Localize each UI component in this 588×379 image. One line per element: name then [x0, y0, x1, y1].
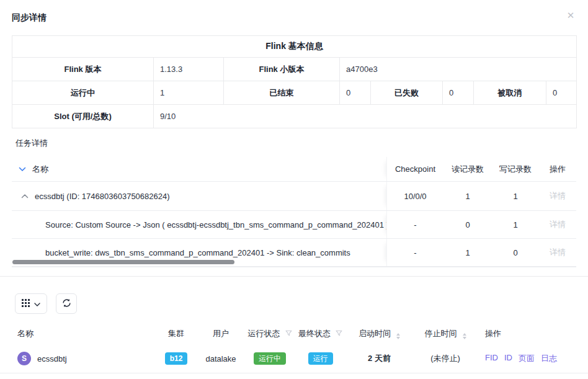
- running-label: 运行中: [12, 81, 154, 105]
- task-column-write: 写记录数: [492, 157, 539, 181]
- task-column-action: 操作: [539, 157, 576, 181]
- detail-link[interactable]: 详情: [550, 190, 566, 202]
- jobs-table: 名称 集群 用户 运行状态 最终状态 启动时间 停止时间 操作 S ecssdb…: [0, 323, 588, 373]
- cancelled-label: 被取消: [474, 81, 546, 105]
- detail-link[interactable]: 详情: [550, 247, 566, 258]
- task-job-name: ecssdbtj (ID: 1746803603750682624): [35, 192, 170, 201]
- modal-header: 同步详情 ✕: [0, 0, 588, 24]
- jobs-column-cluster: 集群: [154, 323, 198, 345]
- read-count-value: 1: [443, 239, 492, 266]
- fid-link[interactable]: FID: [485, 353, 498, 364]
- task-column-read: 读记录数: [443, 157, 492, 181]
- jobs-column-run-status: 运行状态: [243, 323, 296, 345]
- jobs-column-start-time: 启动时间: [344, 323, 414, 345]
- task-row-fixed-cells: - 0 1 详情: [386, 211, 576, 238]
- read-count-value: 1: [443, 182, 492, 210]
- final-status-badge: 运行: [308, 352, 333, 365]
- job-name: ecssdbtj: [37, 354, 67, 363]
- jobs-column-user: 用户: [198, 323, 243, 345]
- chevron-up-icon[interactable]: [21, 194, 29, 198]
- column-settings-button[interactable]: [15, 293, 47, 314]
- task-table: 名称 Checkpoint 读记录数 写记录数 操作 ecssdbtj (ID:…: [12, 157, 576, 267]
- user-value: datalake: [198, 345, 243, 373]
- table-row: Source: Custom Source -> Json ( ecssdbtj…: [12, 211, 576, 239]
- flink-minor-version-value: a4700e3: [340, 58, 577, 81]
- jobs-toolbar: [15, 293, 588, 314]
- section-divider: [0, 276, 588, 277]
- start-time-value: 2 天前: [344, 345, 414, 373]
- page-link[interactable]: 页面: [519, 353, 535, 364]
- grid-icon: [22, 299, 30, 309]
- id-link[interactable]: ID: [504, 353, 512, 364]
- cluster-badge: b12: [165, 352, 188, 365]
- close-icon[interactable]: ✕: [564, 9, 577, 22]
- jobs-column-final-status: 最终状态: [296, 323, 344, 345]
- read-count-value: 0: [443, 211, 492, 238]
- run-status-badge: 运行中: [254, 352, 286, 365]
- task-column-checkpoint: Checkpoint: [387, 157, 443, 181]
- jobs-table-header: 名称 集群 用户 运行状态 最终状态 启动时间 停止时间 操作: [0, 323, 588, 345]
- flink-minor-version-label: Flink 小版本: [224, 58, 340, 81]
- task-row-name: ecssdbtj (ID: 1746803603750682624): [12, 182, 386, 210]
- task-subtask-name: Source: Custom Source -> Json ( ecssdbtj…: [12, 211, 386, 238]
- flink-info-caption: Flink 基本信息: [12, 36, 577, 58]
- write-count-value: 1: [492, 182, 539, 210]
- write-count-value: 1: [492, 211, 539, 238]
- avatar: S: [17, 352, 31, 365]
- checkpoint-value: -: [387, 211, 443, 238]
- filter-icon[interactable]: [336, 329, 342, 339]
- task-fixed-header: Checkpoint 读记录数 写记录数 操作: [386, 157, 576, 181]
- horizontal-scrollbar[interactable]: [12, 260, 234, 264]
- refresh-button[interactable]: [56, 293, 77, 314]
- sort-icon[interactable]: [396, 333, 400, 339]
- task-name-header: 名称: [12, 157, 386, 181]
- table-row: S ecssdbtj b12 datalake 运行中 运行 2 天前 (未停止…: [0, 345, 588, 373]
- finished-label: 已结束: [224, 81, 340, 105]
- checkpoint-value: -: [387, 239, 443, 266]
- flink-info-table: Flink 基本信息 Flink 版本 1.13.3 Flink 小版本 a47…: [12, 35, 577, 128]
- chevron-down-icon: [34, 299, 40, 308]
- detail-link[interactable]: 详情: [550, 219, 566, 230]
- jobs-column-stop-time: 停止时间: [414, 323, 476, 345]
- finished-value: 0: [340, 81, 371, 105]
- slot-value: 9/10: [154, 105, 577, 128]
- flink-version-label: Flink 版本: [12, 58, 154, 81]
- jobs-column-name: 名称: [0, 323, 154, 345]
- table-row: ecssdbtj (ID: 1746803603750682624) 10/0/…: [12, 182, 576, 211]
- flink-version-value: 1.13.3: [154, 58, 224, 81]
- log-link[interactable]: 日志: [541, 353, 557, 364]
- stop-time-value: (未停止): [414, 345, 476, 373]
- task-row-fixed-cells: - 1 0 详情: [386, 239, 576, 266]
- task-column-name: 名称: [32, 164, 48, 175]
- cancelled-value: 0: [546, 81, 577, 105]
- jobs-column-action: 操作: [476, 323, 588, 345]
- failed-label: 已失败: [371, 81, 443, 105]
- running-value: 1: [154, 81, 224, 105]
- write-count-value: 0: [492, 239, 539, 266]
- sort-icon[interactable]: [463, 333, 466, 339]
- slot-label: Slot (可用/总数): [12, 105, 154, 128]
- refresh-icon: [62, 298, 71, 310]
- page-title: 同步详情: [12, 12, 47, 22]
- task-details-title: 任务详情: [16, 137, 588, 149]
- task-table-header: 名称 Checkpoint 读记录数 写记录数 操作: [12, 157, 576, 182]
- task-row-fixed-cells: 10/0/0 1 1 详情: [386, 182, 576, 210]
- checkpoint-value: 10/0/0: [387, 182, 443, 210]
- chevron-down-icon[interactable]: [19, 167, 26, 172]
- filter-icon[interactable]: [285, 329, 292, 339]
- failed-value: 0: [443, 81, 474, 105]
